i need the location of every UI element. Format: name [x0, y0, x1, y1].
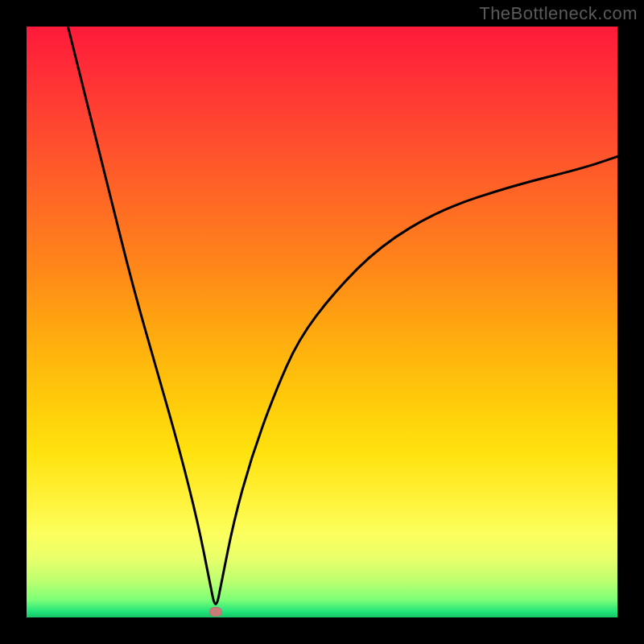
chart-container: TheBottleneck.com [0, 0, 644, 644]
plot-area [27, 27, 617, 617]
watermark-text: TheBottleneck.com [479, 3, 638, 24]
minimum-marker [209, 607, 222, 617]
bottleneck-curve [27, 27, 617, 617]
